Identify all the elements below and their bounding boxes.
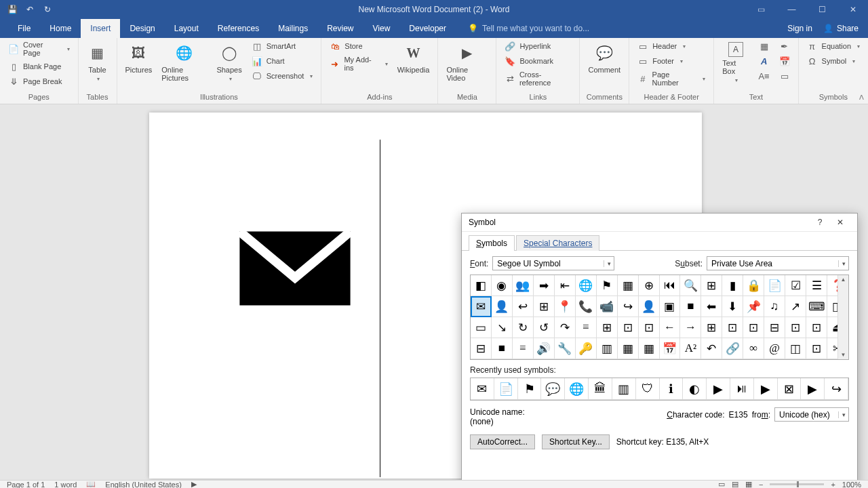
recent-symbol-cell[interactable]: ⏯ bbox=[730, 378, 754, 400]
symbol-cell[interactable]: ◉ bbox=[492, 275, 513, 296]
symbol-cell[interactable]: ⊟ bbox=[471, 338, 492, 359]
symbol-cell[interactable]: ▮ bbox=[722, 275, 743, 296]
status-page[interactable]: Page 1 of 1 bbox=[7, 481, 45, 489]
status-words[interactable]: 1 word bbox=[54, 481, 77, 489]
view-read-icon[interactable]: ▭ bbox=[718, 480, 725, 488]
symbol-cell[interactable]: 📅 bbox=[660, 338, 681, 359]
zoom-value[interactable]: 100% bbox=[842, 481, 861, 489]
minimize-icon[interactable]: — bbox=[776, 0, 807, 19]
symbol-cell[interactable]: 🔑 bbox=[576, 338, 597, 359]
zoom-slider[interactable] bbox=[770, 483, 824, 485]
maximize-icon[interactable]: ☐ bbox=[807, 0, 837, 19]
symbol-cell[interactable]: ↩ bbox=[513, 296, 534, 317]
recent-symbol-cell[interactable]: ◐ bbox=[683, 378, 707, 400]
recent-symbol-cell[interactable]: ⊠ bbox=[778, 378, 802, 400]
symbol-cell[interactable]: 📍 bbox=[555, 296, 576, 317]
symbol-cell[interactable]: ⇤ bbox=[555, 275, 576, 296]
symbol-cell[interactable]: ♫ bbox=[764, 296, 785, 317]
status-macro-icon[interactable]: ▶ bbox=[191, 480, 197, 488]
dialog-close-icon[interactable]: ✕ bbox=[830, 218, 850, 227]
symbol-cell[interactable]: ⊡ bbox=[743, 317, 764, 338]
recent-symbol-cell[interactable]: 📄 bbox=[494, 378, 518, 400]
datetime-button[interactable]: 📅 bbox=[776, 54, 793, 68]
symbol-cell[interactable]: ≡ bbox=[513, 338, 534, 359]
symbol-cell[interactable]: 📹 bbox=[597, 296, 618, 317]
symbol-cell[interactable]: ⊕ bbox=[639, 275, 660, 296]
symbol-cell[interactable]: 👥 bbox=[513, 275, 534, 296]
shapes-button[interactable]: ◯Shapes bbox=[214, 39, 244, 82]
symbol-cell[interactable]: ⊡ bbox=[785, 317, 806, 338]
equation-button[interactable]: πEquation bbox=[804, 39, 863, 53]
char-code-field[interactable]: E135 bbox=[729, 410, 748, 420]
symbol-cell[interactable]: → bbox=[680, 317, 701, 338]
symbol-cell[interactable]: ▥ bbox=[597, 338, 618, 359]
symbol-cell[interactable]: ▦ bbox=[618, 275, 639, 296]
symbol-cell[interactable]: @ bbox=[764, 338, 785, 359]
tab-review[interactable]: Review bbox=[317, 19, 363, 38]
tab-special-chars[interactable]: Special Characters bbox=[516, 235, 599, 251]
symbol-cell[interactable]: ✉ bbox=[471, 296, 492, 317]
qat-undo-icon[interactable]: ↶ bbox=[24, 4, 35, 15]
crossref-button[interactable]: ⇄Cross-reference bbox=[502, 69, 574, 88]
symbol-cell[interactable]: 🔒 bbox=[743, 275, 764, 296]
symbol-cell[interactable]: ⏮ bbox=[660, 275, 681, 296]
textbox-button[interactable]: AText Box bbox=[719, 39, 751, 83]
symbol-cell[interactable]: ▣ bbox=[660, 296, 681, 317]
quickparts-button[interactable]: ▦ bbox=[756, 39, 772, 53]
online-video-button[interactable]: ▶Online Video bbox=[443, 39, 490, 82]
symbol-cell[interactable]: ↺ bbox=[534, 317, 555, 338]
ribbon-options-icon[interactable]: ▭ bbox=[746, 0, 776, 19]
status-proofing-icon[interactable]: 📖 bbox=[86, 480, 96, 488]
pagenum-button[interactable]: #Page Number bbox=[635, 69, 708, 88]
symbol-cell[interactable]: 📌 bbox=[743, 296, 764, 317]
symbol-cell[interactable]: ↷ bbox=[555, 317, 576, 338]
symbol-cell[interactable]: ↘ bbox=[492, 317, 513, 338]
zoom-out-icon[interactable]: − bbox=[759, 481, 763, 489]
cover-page-button[interactable]: 📄Cover Page bbox=[5, 39, 73, 58]
tab-mailings[interactable]: Mailings bbox=[269, 19, 317, 38]
symbol-cell[interactable]: ☑ bbox=[785, 275, 806, 296]
subset-combo[interactable]: Private Use Area bbox=[707, 256, 849, 270]
symbol-cell[interactable]: 📄 bbox=[764, 275, 785, 296]
pictures-button[interactable]: 🖼Pictures bbox=[123, 39, 155, 74]
header-button[interactable]: ▭Header bbox=[635, 39, 708, 53]
recent-symbol-cell[interactable]: 🌐 bbox=[565, 378, 589, 400]
symbol-cell[interactable]: ⊡ bbox=[639, 317, 660, 338]
symbol-cell[interactable]: ∞ bbox=[743, 338, 764, 359]
recent-symbol-cell[interactable]: ▶ bbox=[754, 378, 778, 400]
symbol-cell[interactable]: ▦ bbox=[639, 338, 660, 359]
view-print-icon[interactable]: ▤ bbox=[732, 480, 738, 488]
shortcut-key-button[interactable]: Shortcut Key... bbox=[542, 434, 610, 449]
symbol-cell[interactable]: 📞 bbox=[576, 296, 597, 317]
tab-home[interactable]: Home bbox=[40, 19, 81, 38]
symbol-cell[interactable]: ⊡ bbox=[722, 317, 743, 338]
from-combo[interactable]: Unicode (hex) bbox=[774, 407, 849, 422]
recent-symbol-cell[interactable]: 💬 bbox=[541, 378, 565, 400]
recent-symbol-cell[interactable]: ✉ bbox=[471, 378, 494, 400]
tell-me-search[interactable]: 💡 Tell me what you want to do... bbox=[468, 19, 589, 38]
page-break-button[interactable]: ⤋Page Break bbox=[5, 75, 73, 88]
symbol-cell[interactable]: 🔧 bbox=[555, 338, 576, 359]
symbol-cell[interactable]: ↶ bbox=[701, 338, 722, 359]
symbol-cell[interactable]: 🔍 bbox=[680, 275, 701, 296]
font-combo[interactable]: Segoe UI Symbol bbox=[492, 256, 614, 270]
status-lang[interactable]: English (United States) bbox=[105, 481, 182, 489]
dropcap-button[interactable]: A≡ bbox=[756, 69, 772, 83]
online-pictures-button[interactable]: 🌐Online Pictures bbox=[159, 39, 210, 82]
symbol-cell[interactable]: 🔗 bbox=[722, 338, 743, 359]
chart-button[interactable]: 📊Chart bbox=[249, 54, 316, 68]
wordart-button[interactable]: A bbox=[756, 54, 772, 68]
symbol-cell[interactable]: ⊞ bbox=[701, 275, 722, 296]
recent-symbol-cell[interactable]: ▶ bbox=[707, 378, 730, 400]
autocorrect-button[interactable]: AutoCorrect... bbox=[470, 434, 535, 449]
recent-symbol-cell[interactable]: ⚑ bbox=[518, 378, 542, 400]
tab-references[interactable]: References bbox=[208, 19, 269, 38]
view-web-icon[interactable]: ▦ bbox=[745, 480, 752, 488]
zoom-in-icon[interactable]: + bbox=[831, 481, 835, 489]
symbol-cell[interactable]: ⊞ bbox=[597, 317, 618, 338]
symbol-button[interactable]: ΩSymbol bbox=[804, 54, 863, 68]
symbol-cell[interactable]: ↻ bbox=[513, 317, 534, 338]
symbol-cell[interactable]: ← bbox=[660, 317, 681, 338]
wikipedia-button[interactable]: WWikipedia bbox=[395, 39, 433, 74]
symbol-cell[interactable]: ⊟ bbox=[764, 317, 785, 338]
